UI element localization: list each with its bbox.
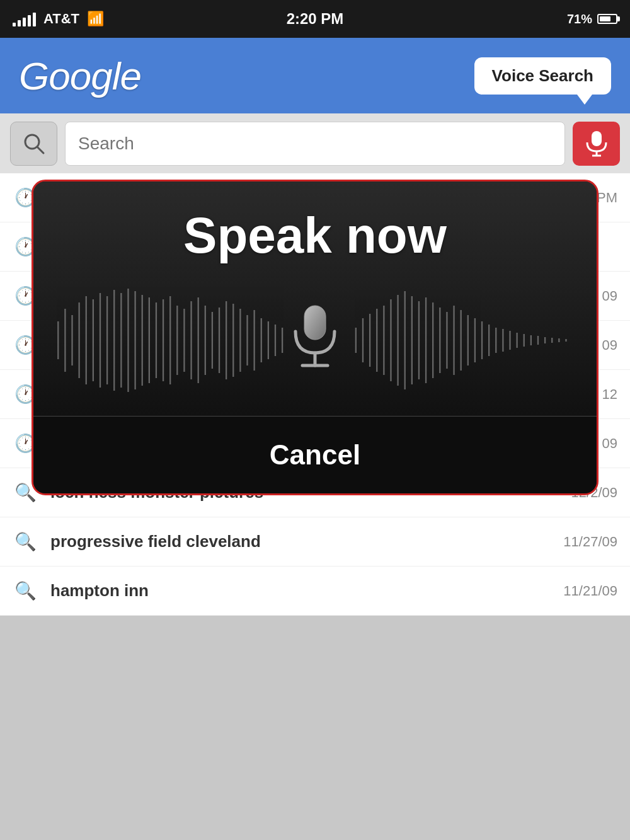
carrier-label: AT&T <box>43 11 79 27</box>
search-bar <box>0 113 630 173</box>
battery-fill <box>600 16 610 21</box>
status-time: 2:20 PM <box>287 10 344 28</box>
svg-rect-133 <box>304 306 326 340</box>
cancel-button[interactable]: Cancel <box>33 416 597 493</box>
google-logo: Google <box>19 54 141 98</box>
microphone-icon <box>585 130 609 158</box>
battery-indicator <box>597 14 617 24</box>
mic-button[interactable] <box>573 122 620 166</box>
search-input[interactable] <box>65 122 565 166</box>
svg-line-1 <box>37 147 43 153</box>
search-icon <box>22 132 46 156</box>
voice-search-button[interactable]: Voice Search <box>474 57 611 95</box>
speak-modal: Speak now <box>32 180 598 495</box>
status-bar: AT&T 📶 2:20 PM 71% <box>0 0 630 38</box>
signal-bars <box>13 11 36 26</box>
speak-modal-top: Speak now <box>33 181 597 416</box>
battery-percent: 71% <box>567 12 592 26</box>
battery-bar <box>597 14 617 24</box>
speak-now-label: Speak now <box>52 207 578 265</box>
google-header: Google Voice Search <box>0 38 630 113</box>
speak-now-mic-svg <box>287 302 343 378</box>
modal-mic-icon <box>287 302 343 378</box>
status-right: 71% <box>567 12 617 26</box>
wifi-icon: 📶 <box>87 11 104 27</box>
waveform-container <box>52 284 578 397</box>
search-submit-button[interactable] <box>10 122 57 166</box>
status-left: AT&T 📶 <box>13 11 104 27</box>
svg-rect-2 <box>592 131 602 146</box>
modal-overlay: Speak now <box>0 173 630 665</box>
